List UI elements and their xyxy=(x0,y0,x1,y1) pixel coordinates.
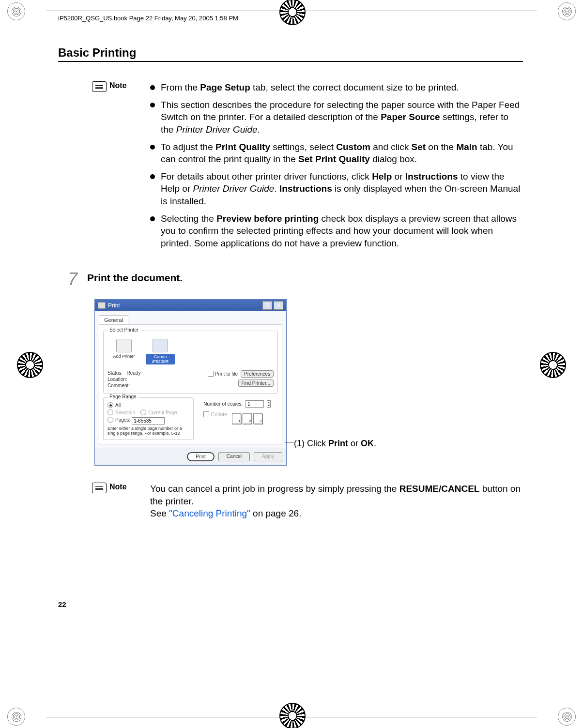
copies-input[interactable] xyxy=(245,400,264,408)
radio-current-page: Current Page xyxy=(140,410,177,415)
find-printer-button[interactable]: Find Printer... xyxy=(238,379,274,387)
center-mark-icon xyxy=(540,352,566,378)
page-number: 22 xyxy=(58,600,66,608)
location-label: Location: xyxy=(107,377,140,382)
pages-hint: Enter either a single page number or a s… xyxy=(107,426,189,436)
registration-mark-icon xyxy=(7,708,25,726)
add-printer-item[interactable]: Add Printer xyxy=(109,339,138,364)
cancel-button[interactable]: Cancel xyxy=(218,452,250,461)
step-row: 7 Print the document. xyxy=(58,269,523,289)
dialog-titlebar: Print ? ✕ xyxy=(95,300,286,311)
note-icon xyxy=(92,81,107,92)
note-label: Note xyxy=(109,483,127,491)
pages-input[interactable] xyxy=(132,417,165,425)
close-icon[interactable]: ✕ xyxy=(274,301,283,310)
note-icon xyxy=(92,483,107,493)
help-icon[interactable]: ? xyxy=(262,301,272,310)
book-header: iP5200R_QSG_US.book Page 22 Friday, May … xyxy=(58,15,523,22)
center-mark-icon xyxy=(279,703,306,728)
print-button[interactable]: Print xyxy=(187,452,215,461)
collate-checkbox: Collate xyxy=(203,411,227,417)
note-bullet: From the Page Setup tab, select the corr… xyxy=(150,81,523,94)
note-bullet: Selecting the Preview before printing ch… xyxy=(150,212,523,250)
callout-text: (1) Click Print or OK. xyxy=(294,439,376,466)
note-bullet: To adjust the Print Quality settings, se… xyxy=(150,141,523,166)
dialog-title: Print xyxy=(108,302,120,309)
note-text: You can cancel a print job in progress b… xyxy=(150,483,523,520)
add-printer-icon xyxy=(116,339,132,352)
registration-mark-icon xyxy=(558,2,576,20)
step-number: 7 xyxy=(58,269,87,289)
section-title: Basic Printing xyxy=(58,46,523,62)
registration-mark-icon xyxy=(7,2,25,20)
status-value: Ready xyxy=(126,370,140,376)
printer-icon xyxy=(98,302,106,309)
group-page-range: Page Range xyxy=(107,394,138,399)
center-mark-icon xyxy=(17,352,43,378)
tab-general[interactable]: General xyxy=(99,315,128,324)
group-select-printer: Select Printer xyxy=(107,327,140,333)
preferences-button[interactable]: Preferences xyxy=(241,370,274,378)
radio-selection: Selection xyxy=(107,410,135,415)
copies-spinner-icon[interactable]: ▲▼ xyxy=(267,400,271,408)
printer-item-selected[interactable]: Canon iP5200R xyxy=(146,339,175,364)
registration-mark-icon xyxy=(558,708,576,726)
printer-icon xyxy=(153,339,168,352)
canceling-printing-link[interactable]: "Canceling Printing" xyxy=(169,508,250,518)
note-block-2: Note You can cancel a print job in progr… xyxy=(92,483,523,520)
note-bullet: This section describes the procedure for… xyxy=(150,99,523,136)
collate-illustration-icon: 123 xyxy=(232,413,262,424)
note-block-1: Note From the Page Setup tab, select the… xyxy=(92,81,523,255)
radio-all[interactable]: All xyxy=(107,402,121,408)
print-to-file-checkbox[interactable]: Print to file xyxy=(208,371,238,377)
copies-label: Number of copies: xyxy=(203,401,243,407)
apply-button: Apply xyxy=(254,452,282,461)
radio-pages[interactable]: Pages: xyxy=(107,417,130,423)
note-label: Note xyxy=(109,81,127,90)
step-title: Print the document. xyxy=(87,269,183,289)
print-dialog: Print ? ✕ General Select Printer Add P xyxy=(94,299,287,466)
note-bullet: For details about other printer driver f… xyxy=(150,170,523,208)
status-label: Status: xyxy=(107,370,123,376)
comment-label: Comment: xyxy=(107,383,140,388)
